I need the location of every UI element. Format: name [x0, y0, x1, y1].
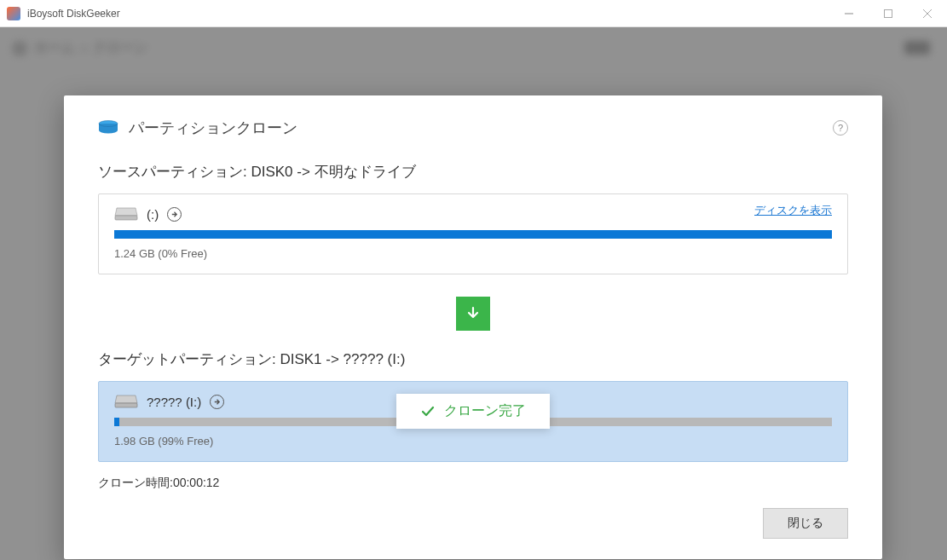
close-button[interactable]: 閉じる — [763, 508, 848, 539]
clone-complete-toast: クローン完了 — [396, 394, 550, 429]
toast-text: クローン完了 — [444, 402, 526, 420]
svg-rect-6 — [115, 216, 137, 220]
home-icon — [12, 41, 27, 56]
target-size-text: 1.98 GB (99% Free) — [114, 435, 832, 447]
show-disk-link[interactable]: ディスクを表示 — [754, 203, 832, 218]
source-partition-box: ディスクを表示 (:) 1.24 GB (0% Free) — [98, 193, 848, 274]
drive-icon — [114, 394, 138, 409]
maximize-button[interactable] — [869, 0, 908, 27]
arrow-down-icon — [456, 297, 490, 331]
dialog-title: パーティションクローン — [129, 118, 833, 138]
app-title: iBoysoft DiskGeeker — [27, 8, 829, 20]
target-label: ターゲットパーティション: DISK1 -> ????? (I:) — [98, 349, 848, 369]
check-icon — [420, 404, 436, 419]
source-label: ソースパーティション: DISK0 -> 不明なドライブ — [98, 162, 848, 182]
partition-clone-dialog: パーティションクローン ? ソースパーティション: DISK0 -> 不明なドラ… — [64, 95, 882, 559]
target-drive-name: ????? (I:) — [147, 395, 201, 409]
window-titlebar: iBoysoft DiskGeeker — [0, 0, 947, 27]
source-usage-bar — [114, 230, 832, 239]
breadcrumb-home: ホーム — [34, 39, 75, 57]
breadcrumb-current: クローン — [93, 39, 147, 57]
minimize-button[interactable] — [829, 0, 869, 27]
svg-rect-1 — [885, 9, 892, 17]
help-button[interactable]: ? — [833, 120, 848, 136]
arrow-right-icon[interactable] — [167, 207, 182, 222]
menu-icon — [904, 41, 930, 55]
breadcrumb-sep: › — [82, 41, 86, 56]
breadcrumb: ホーム › クローン — [12, 39, 147, 57]
source-size-text: 1.24 GB (0% Free) — [114, 247, 832, 260]
drive-icon — [114, 206, 138, 222]
source-drive-name: (:) — [147, 207, 159, 222]
app-icon — [7, 7, 20, 20]
background-overlay: ホーム › クローン パーティションクローン ? ソースパーティション: DIS… — [0, 27, 947, 560]
arrow-right-icon[interactable] — [210, 395, 224, 409]
clone-time: クローン時間:00:00:12 — [98, 476, 848, 491]
close-window-button[interactable] — [908, 0, 947, 27]
svg-rect-7 — [115, 403, 137, 407]
disk-icon — [98, 120, 118, 136]
